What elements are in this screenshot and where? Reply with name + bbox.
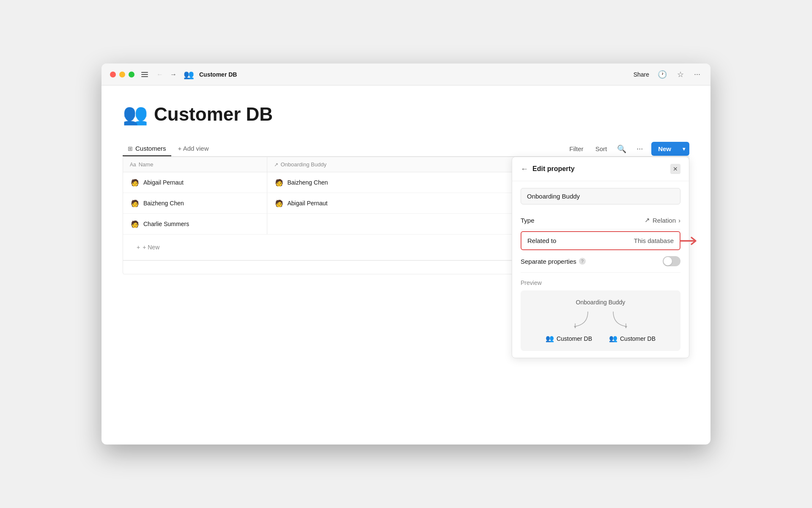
table-icon: ⊞: [128, 145, 133, 152]
preview-section: Preview Onboarding Buddy: [521, 279, 680, 351]
panel-close-button[interactable]: ✕: [670, 164, 680, 174]
history-icon[interactable]: 🕐: [656, 68, 669, 81]
preview-db2-icon: 👥: [609, 334, 617, 342]
tab-customers-label: Customers: [135, 145, 166, 152]
panel-header-left: ← Edit property: [521, 165, 575, 174]
buddy-avatar-2: 🧑: [274, 198, 284, 208]
filter-button[interactable]: Filter: [566, 144, 587, 154]
name-3: Charlie Summers: [143, 221, 189, 227]
type-label: Type: [521, 217, 535, 224]
share-button[interactable]: Share: [634, 71, 649, 78]
type-value-text: Relation: [653, 217, 676, 224]
name-2: Baizheng Chen: [143, 200, 184, 207]
preview-arrows: [567, 312, 634, 329]
name-1: Abigail Pernaut: [143, 179, 184, 186]
avatar-2: 🧑: [130, 198, 140, 208]
svg-marker-2: [574, 326, 576, 329]
column-name: Aa Name: [123, 157, 267, 172]
preview-field-name: Onboarding Buddy: [576, 299, 625, 306]
view-bar: ⊞ Customers + Add view Filter Sort 🔍 ···…: [123, 141, 689, 156]
red-arrow-svg: [680, 236, 701, 246]
svg-marker-4: [625, 326, 627, 329]
main-content: 👥 Customer DB ⊞ Customers + Add view Fil…: [102, 86, 710, 444]
type-chevron-icon: ›: [678, 217, 680, 224]
preview-db1-label: Customer DB: [557, 335, 592, 342]
titlebar-db-icon: 👥: [184, 69, 194, 80]
table-wrapper: Aa Name ↗ Onboarding Buddy: [123, 157, 689, 274]
minimize-button[interactable]: [119, 72, 125, 77]
page-title: Customer DB: [154, 104, 273, 125]
cell-name-3[interactable]: 🧑 Charlie Summers: [123, 214, 267, 235]
titlebar-title: Customer DB: [199, 71, 237, 78]
separate-properties-row: Separate properties ?: [521, 250, 680, 273]
forward-button[interactable]: →: [168, 69, 178, 80]
help-icon[interactable]: ?: [579, 258, 586, 265]
star-icon[interactable]: ☆: [675, 68, 686, 81]
preview-db-1: 👥 Customer DB: [546, 334, 592, 342]
preview-label: Preview: [521, 279, 680, 286]
nav-buttons: ← →: [155, 69, 178, 80]
table-more-options[interactable]: ···: [633, 143, 646, 155]
cell-name-2[interactable]: 🧑 Baizheng Chen: [123, 193, 267, 214]
more-options-icon[interactable]: ···: [692, 68, 702, 80]
cell-name-1[interactable]: 🧑 Abigail Pernaut: [123, 172, 267, 193]
property-name-input[interactable]: Onboarding Buddy: [521, 188, 680, 204]
titlebar-right: Share 🕐 ☆ ···: [634, 68, 702, 81]
menu-icon[interactable]: [140, 70, 150, 79]
page-header: 👥 Customer DB: [123, 102, 689, 126]
relation-icon: ↗: [645, 216, 650, 224]
new-button-group: New ▾: [651, 142, 689, 156]
search-icon[interactable]: 🔍: [615, 143, 628, 155]
buddy-avatar-1: 🧑: [274, 177, 284, 188]
type-value[interactable]: ↗ Relation ›: [645, 216, 680, 224]
buddy-col-label: Onboarding Buddy: [281, 161, 326, 168]
buddy-name-2: Abigail Pernaut: [288, 200, 328, 207]
page-icon: 👥: [123, 102, 148, 126]
avatar-1: 🧑: [130, 177, 140, 188]
preview-curve-svg: [567, 312, 634, 329]
new-button-dropdown[interactable]: ▾: [678, 143, 689, 155]
preview-db-2: 👥 Customer DB: [609, 334, 656, 342]
add-view-label: + Add view: [178, 145, 209, 152]
sort-button[interactable]: Sort: [592, 144, 611, 154]
panel-body: Onboarding Buddy Type ↗ Relation › Relat…: [512, 181, 689, 358]
separate-text: Separate properties: [521, 258, 576, 265]
traffic-lights: [110, 72, 134, 77]
red-arrow: [680, 236, 701, 246]
panel-header: ← Edit property ✕: [512, 157, 689, 181]
separate-toggle[interactable]: [663, 256, 680, 266]
name-col-label: Name: [139, 161, 154, 168]
toggle-thumb: [664, 257, 672, 265]
titlebar: ← → 👥 Customer DB Share 🕐 ☆ ···: [102, 64, 710, 86]
preview-db1-icon: 👥: [546, 334, 554, 342]
new-button[interactable]: New: [651, 142, 678, 156]
view-actions: Filter Sort 🔍 ··· New ▾: [566, 142, 689, 156]
fullscreen-button[interactable]: [129, 72, 134, 77]
related-to-label: Related to: [527, 237, 556, 244]
avatar-3: 🧑: [130, 219, 140, 229]
preview-box: Onboarding Buddy: [521, 290, 680, 351]
tab-customers[interactable]: ⊞ Customers: [123, 141, 171, 156]
add-row-label: + New: [143, 244, 159, 251]
app-window: ← → 👥 Customer DB Share 🕐 ☆ ··· 👥 Custom…: [102, 64, 710, 444]
add-view-button[interactable]: + Add view: [173, 141, 214, 156]
preview-dbs: 👥 Customer DB 👥 Customer DB: [546, 334, 656, 342]
view-tabs: ⊞ Customers + Add view: [123, 141, 214, 156]
add-row-icon: +: [137, 244, 140, 251]
panel-title: Edit property: [532, 165, 575, 173]
name-col-icon: Aa: [130, 162, 136, 168]
edit-panel: ← Edit property ✕ Onboarding Buddy Type …: [512, 157, 689, 358]
preview-db2-label: Customer DB: [620, 335, 656, 342]
back-button[interactable]: ←: [155, 69, 165, 80]
buddy-col-icon: ↗: [274, 162, 278, 168]
panel-back-button[interactable]: ←: [521, 165, 528, 174]
separate-label: Separate properties ?: [521, 258, 586, 265]
type-row: Type ↗ Relation ›: [521, 211, 680, 229]
buddy-name-1: Baizheng Chen: [288, 179, 328, 186]
close-button[interactable]: [110, 72, 116, 77]
related-to-value: This database: [634, 237, 674, 244]
related-to-row[interactable]: Related to This database: [521, 231, 680, 250]
